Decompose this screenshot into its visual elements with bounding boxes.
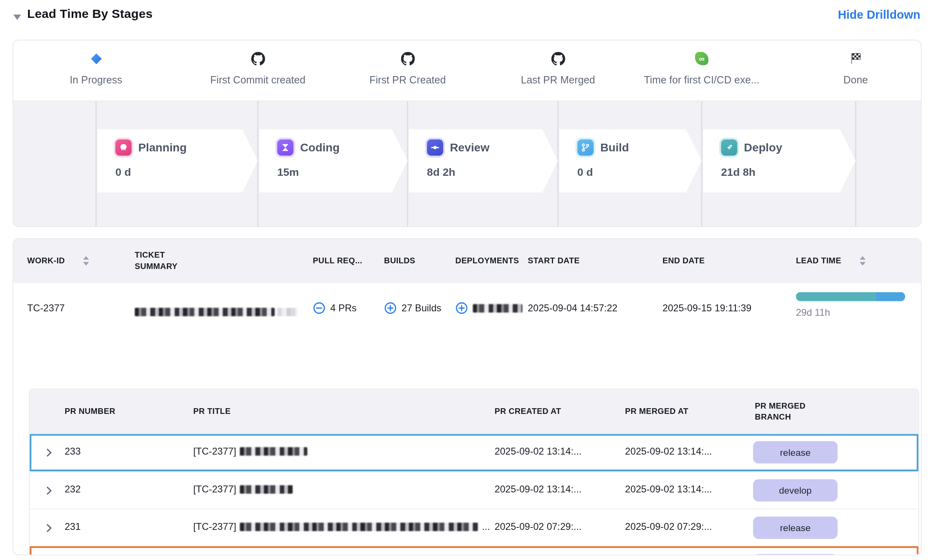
column-lead-time: LEAD TIME (796, 239, 841, 283)
milestone-in-progress: In Progress (18, 50, 175, 86)
pr-row-231[interactable]: 231 [TC-2377]... 2025-09-02 07:29:... 20… (30, 509, 919, 547)
column-builds: BUILDS (384, 239, 415, 283)
cicd-icon: ∞ (623, 50, 780, 67)
pr-number: 232 (65, 484, 81, 495)
column-pr-created-at: PR CREATED AT (494, 389, 561, 434)
milestone-label: First PR Created (329, 74, 486, 86)
stage-duration: 21d 8h (721, 166, 782, 179)
github-icon (179, 50, 336, 67)
stage-name: Deploy (744, 141, 782, 154)
milestone-divider (701, 101, 702, 226)
column-end-date: END DATE (663, 239, 705, 283)
milestone-label: Last PR Merged (479, 74, 637, 86)
github-icon (329, 50, 486, 67)
stage-duration: 0 d (115, 166, 187, 179)
milestone-label: First Commit created (179, 74, 336, 86)
pr-title: [TC-2377] (193, 484, 297, 495)
git-commit-icon (427, 140, 443, 156)
pr-table-header: PR NUMBER PR TITLE PR CREATED AT PR MERG… (30, 389, 919, 434)
milestone-divider (407, 101, 408, 226)
git-branch-icon (577, 140, 594, 156)
pr-merged-at: 2025-09-02 07:29:... (625, 521, 712, 532)
sort-lead-time-icon[interactable] (854, 239, 866, 283)
stage-name: Coding (300, 141, 340, 154)
deployments-count-redacted (473, 304, 522, 313)
collapse-circle-icon (313, 302, 325, 314)
lead-time-bar (796, 292, 905, 301)
pr-created-at: 2025-09-02 13:14:... (494, 446, 582, 457)
column-deployments: DEPLOYMENTS (455, 239, 519, 283)
column-ticket-summary: TICKET SUMMARY (135, 239, 192, 283)
stage-coding: Coding 15m (259, 129, 408, 192)
collapse-triangle-icon[interactable] (13, 12, 21, 18)
pr-title-redacted (240, 523, 479, 531)
builds-count: 27 Builds (402, 303, 441, 314)
milestone-last-pr-merged: Last PR Merged (479, 50, 637, 86)
pr-table: PR NUMBER PR TITLE PR CREATED AT PR MERG… (29, 389, 919, 555)
stage-name: Review (450, 141, 490, 154)
milestone-divider (95, 101, 97, 226)
planning-leaf-icon (115, 140, 132, 156)
hide-drilldown-link[interactable]: Hide Drilldown (838, 8, 920, 22)
pr-created-at: 2025-09-02 07:29:... (494, 521, 582, 532)
expand-circle-icon (455, 302, 468, 314)
work-items-table: WORK-ID TICKET SUMMARY PULL REQ... BUILD… (13, 238, 922, 555)
milestone-divider (855, 101, 856, 226)
branch-badge: develop (753, 554, 838, 555)
column-pull-requests: PULL REQ... (313, 239, 362, 283)
stage-build: Build 0 d (559, 129, 702, 192)
chevron-right-icon[interactable] (46, 448, 52, 459)
stage-duration: 0 d (577, 166, 629, 179)
column-start-date: START DATE (528, 239, 580, 283)
pull-requests-toggle[interactable]: 4 PRs (313, 302, 357, 314)
stage-planning: Planning 0 d (97, 129, 258, 192)
lead-time-bar-segment-1 (796, 292, 876, 301)
pr-row-232[interactable]: 232 [TC-2377] 2025-09-02 13:14:... 2025-… (30, 471, 919, 509)
pr-merged-at: 2025-09-02 13:14:... (625, 484, 712, 495)
stage-duration: 8d 2h (427, 166, 489, 179)
column-pr-number: PR NUMBER (65, 389, 116, 434)
page-title: Lead Time By Stages (27, 7, 153, 21)
pr-row-230[interactable]: 230 [TC-2377]... 2025-08-25 10:50:... NA… (30, 546, 919, 555)
milestone-divider (558, 101, 559, 226)
chevron-right-icon[interactable] (46, 486, 52, 497)
work-id-value: TC-2377 (27, 303, 65, 314)
milestone-divider (257, 101, 259, 226)
milestone-label: Done (777, 74, 921, 86)
end-date-value: 2025-09-15 19:11:39 (663, 303, 752, 314)
milestone-first-commit: First Commit created (179, 50, 336, 86)
finish-flag-icon (777, 50, 921, 67)
pr-title: [TC-2377]... (193, 521, 490, 532)
milestone-label: Time for first CI/CD exe... (623, 74, 780, 86)
pr-number: 233 (65, 446, 81, 457)
pr-number: 231 (65, 521, 81, 532)
pr-merged-at: 2025-09-02 13:14:... (625, 446, 712, 457)
sort-work-id-icon[interactable] (77, 239, 90, 283)
pull-requests-count: 4 PRs (330, 303, 357, 314)
jira-status-icon (18, 50, 175, 67)
rocket-icon (721, 140, 738, 156)
stages-flow-panel: In Progress First Commit created First P… (13, 40, 922, 227)
column-work-id: WORK-ID (27, 239, 65, 283)
pr-title: [TC-2377] (193, 446, 311, 457)
expand-circle-icon (384, 302, 397, 314)
column-pr-merged-at: PR MERGED AT (625, 389, 689, 434)
milestone-done: Done (777, 50, 921, 86)
column-pr-title: PR TITLE (193, 389, 231, 434)
work-table-header: WORK-ID TICKET SUMMARY PULL REQ... BUILD… (13, 239, 921, 283)
stage-deploy: Deploy 21d 8h (703, 129, 856, 192)
stage-duration: 15m (277, 166, 340, 179)
chevron-right-icon[interactable] (46, 524, 52, 535)
deployments-toggle[interactable] (455, 302, 522, 314)
milestone-first-pr: First PR Created (329, 50, 486, 86)
milestone-label: In Progress (18, 74, 175, 86)
pr-title-redacted (240, 447, 307, 456)
milestone-cicd: ∞ Time for first CI/CD exe... (623, 50, 780, 86)
lead-time-value: 29d 11h (796, 307, 830, 318)
stage-name: Build (600, 141, 629, 154)
branch-badge: release (753, 441, 838, 464)
pr-row-233[interactable]: 233 [TC-2377] 2025-09-02 13:14:... 2025-… (30, 434, 919, 471)
stage-review: Review 8d 2h (409, 129, 558, 192)
builds-toggle[interactable]: 27 Builds (384, 302, 441, 314)
work-item-row[interactable]: TC-2377 4 PRs 27 Builds 2025-09-04 14:57… (13, 283, 921, 339)
